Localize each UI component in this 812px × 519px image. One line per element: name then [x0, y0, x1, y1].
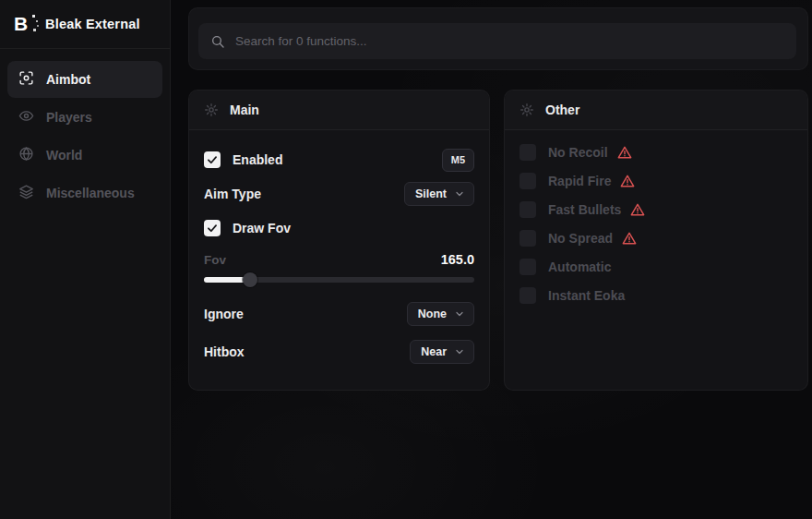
fov-slider[interactable]: [204, 272, 474, 287]
gear-icon: [519, 103, 534, 117]
sidebar-item-label: Miscellaneous: [46, 186, 135, 200]
ignore-row: Ignore None: [204, 301, 474, 327]
aim-type-label: Aim Type: [204, 187, 261, 201]
main-panel: Main Enabled M5 Aim Type Silent Draw Fov: [188, 90, 490, 391]
aim-type-row: Aim Type Silent: [204, 181, 474, 207]
no-spread-label: No Spread: [548, 231, 613, 246]
sidebar-item-label: Aimbot: [46, 72, 90, 87]
instant-eoka-checkbox[interactable]: [519, 287, 536, 304]
focus-icon: [18, 70, 34, 89]
sidebar-item-players[interactable]: Players: [7, 99, 162, 136]
chevron-down-icon: [454, 346, 465, 357]
fov-value: 165.0: [441, 252, 474, 267]
enabled-keybind-button[interactable]: M5: [442, 149, 474, 172]
fov-slider-row: [204, 272, 474, 288]
enabled-row: Enabled M5: [204, 147, 474, 173]
hitbox-dropdown[interactable]: Near: [410, 340, 474, 364]
hitbox-value: Near: [421, 345, 447, 358]
gear-icon: [204, 103, 219, 117]
ignore-label: Ignore: [204, 307, 244, 321]
fov-label: Fov: [204, 253, 226, 267]
automatic-row: Automatic: [519, 253, 793, 281]
app-title: Bleak External: [45, 17, 140, 31]
app-logo-icon: B: [14, 13, 34, 35]
content-area: Main Enabled M5 Aim Type Silent Draw Fov: [171, 0, 812, 519]
draw-fov-row: Draw Fov: [204, 215, 474, 241]
rapid-fire-checkbox[interactable]: [519, 173, 536, 189]
enabled-label: Enabled: [233, 152, 282, 167]
warning-icon: [622, 231, 637, 246]
enabled-checkbox[interactable]: [204, 151, 221, 168]
search-panel: [188, 7, 808, 70]
no-spread-row: No Spread: [519, 224, 793, 252]
sidebar-item-aimbot[interactable]: Aimbot: [7, 61, 162, 98]
ignore-value: None: [418, 308, 447, 320]
hitbox-label: Hitbox: [204, 344, 245, 359]
no-recoil-row: No Recoil: [519, 139, 793, 166]
draw-fov-label: Draw Fov: [233, 221, 291, 235]
chevron-down-icon: [454, 308, 465, 320]
no-recoil-checkbox[interactable]: [519, 144, 536, 161]
automatic-checkbox[interactable]: [519, 259, 536, 275]
aim-type-dropdown[interactable]: Silent: [404, 182, 474, 206]
other-panel-title: Other: [545, 103, 579, 117]
other-panel: Other No Recoil Rapid Fire Fast Bullets …: [504, 90, 808, 391]
instant-eoka-label: Instant Eoka: [548, 288, 625, 303]
warning-icon: [617, 145, 632, 160]
fast-bullets-label: Fast Bullets: [548, 202, 621, 217]
search-box[interactable]: [198, 23, 796, 59]
sidebar: B Bleak External Aimbot Players World Mi…: [0, 0, 171, 519]
rapid-fire-label: Rapid Fire: [548, 174, 611, 188]
rapid-fire-row: Rapid Fire: [519, 167, 793, 195]
ignore-dropdown[interactable]: None: [407, 302, 474, 326]
main-panel-header: Main: [189, 91, 489, 130]
chevron-down-icon: [454, 188, 465, 199]
warning-icon: [630, 202, 645, 217]
layers-icon: [18, 184, 34, 202]
fov-slider-thumb[interactable]: [243, 272, 257, 287]
warning-icon: [620, 174, 635, 188]
other-panel-header: Other: [505, 91, 807, 130]
draw-fov-checkbox[interactable]: [204, 220, 221, 236]
sidebar-header: B Bleak External: [0, 0, 170, 49]
sidebar-item-miscellaneous[interactable]: Miscellaneous: [7, 175, 162, 211]
sidebar-nav: Aimbot Players World Miscellaneous: [0, 49, 170, 223]
fast-bullets-row: Fast Bullets: [519, 196, 793, 223]
search-input[interactable]: [235, 34, 784, 48]
fov-row: Fov 165.0: [204, 250, 474, 269]
sidebar-item-label: World: [46, 148, 82, 163]
hitbox-row: Hitbox Near: [204, 339, 474, 365]
no-spread-checkbox[interactable]: [519, 230, 536, 247]
no-recoil-label: No Recoil: [548, 145, 608, 160]
fast-bullets-checkbox[interactable]: [519, 201, 536, 218]
sidebar-item-label: Players: [46, 110, 92, 125]
instant-eoka-row: Instant Eoka: [519, 282, 793, 309]
automatic-label: Automatic: [548, 260, 611, 274]
eye-icon: [18, 108, 34, 127]
aim-type-value: Silent: [415, 187, 447, 200]
main-panel-title: Main: [230, 103, 259, 117]
globe-icon: [18, 146, 34, 164]
sidebar-item-world[interactable]: World: [7, 137, 162, 174]
search-icon: [210, 34, 225, 49]
